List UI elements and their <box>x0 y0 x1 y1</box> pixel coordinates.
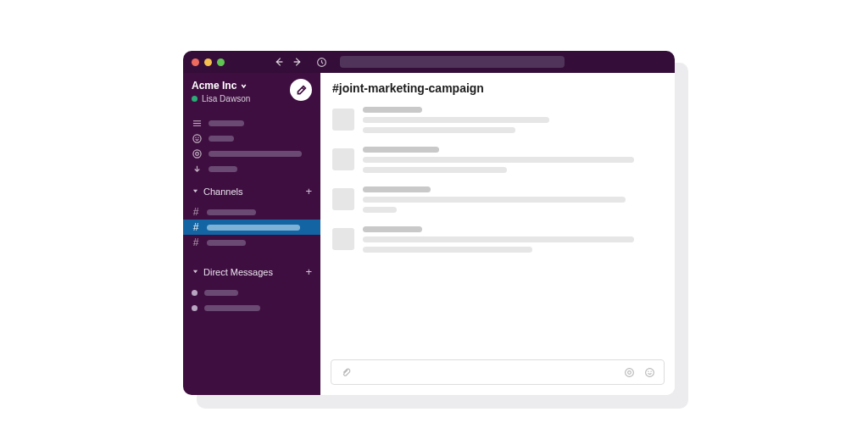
channel-item[interactable]: # <box>183 235 320 250</box>
close-window-button[interactable] <box>192 58 199 66</box>
at-icon <box>192 148 202 159</box>
sidebar: Acme Inc Lisa Dawson <box>183 73 320 395</box>
workspace-name: Acme Inc <box>192 80 250 92</box>
presence-dot-icon <box>192 305 198 311</box>
avatar <box>332 108 354 131</box>
smile-icon <box>192 133 202 143</box>
channels-heading[interactable]: Channels + <box>183 180 320 201</box>
main-panel: #joint-marketing-campaign <box>320 73 675 395</box>
presence-dot-icon <box>192 96 198 102</box>
message-item <box>332 226 663 253</box>
caret-down-icon <box>192 188 198 195</box>
svg-point-7 <box>627 370 631 374</box>
add-channel-button[interactable]: + <box>305 185 312 198</box>
hash-icon: # <box>192 206 200 218</box>
add-dm-button[interactable]: + <box>305 265 312 278</box>
hash-icon: # <box>192 221 200 233</box>
message-list <box>320 103 675 353</box>
svg-point-4 <box>192 149 200 157</box>
workspace-header[interactable]: Acme Inc Lisa Dawson <box>183 73 320 112</box>
sidebar-quick-nav <box>183 112 320 180</box>
mentions-nav[interactable] <box>183 146 320 161</box>
history-button[interactable] <box>314 55 328 69</box>
mention-button[interactable] <box>623 366 635 378</box>
compose-button[interactable] <box>290 79 312 101</box>
message-item <box>332 147 663 173</box>
channels-label: Channels <box>203 186 242 197</box>
message-item <box>332 186 663 213</box>
avatar <box>332 148 354 170</box>
avatar <box>332 188 354 210</box>
dm-item[interactable] <box>183 285 320 300</box>
user-presence: Lisa Dawson <box>192 94 250 103</box>
download-icon <box>192 164 202 174</box>
search-input[interactable] <box>340 56 565 68</box>
svg-point-6 <box>625 368 633 376</box>
more-nav[interactable] <box>183 161 320 176</box>
emoji-button[interactable] <box>643 366 655 378</box>
dms-heading[interactable]: Direct Messages + <box>183 260 320 281</box>
activity-nav[interactable] <box>183 131 320 146</box>
presence-dot-icon <box>192 290 198 296</box>
channel-item-selected[interactable]: # <box>183 220 320 235</box>
titlebar <box>183 51 675 73</box>
message-composer[interactable] <box>331 359 665 385</box>
user-name: Lisa Dawson <box>202 94 250 103</box>
svg-point-5 <box>195 152 198 155</box>
maximize-window-button[interactable] <box>217 58 225 66</box>
svg-point-1 <box>192 134 200 142</box>
minimize-window-button[interactable] <box>204 58 212 66</box>
hash-icon: # <box>192 236 200 248</box>
dm-item[interactable] <box>183 300 320 315</box>
nav-forward-button[interactable] <box>291 55 304 69</box>
nav-back-button[interactable] <box>272 55 286 69</box>
avatar <box>332 228 354 250</box>
app-window: Acme Inc Lisa Dawson <box>183 51 675 395</box>
svg-point-8 <box>645 368 654 376</box>
dms-label: Direct Messages <box>203 267 273 277</box>
attach-button[interactable] <box>340 366 352 378</box>
channel-header: #joint-marketing-campaign <box>320 73 675 103</box>
channel-item[interactable]: # <box>183 204 320 220</box>
window-controls <box>192 58 225 66</box>
channel-title: #joint-marketing-campaign <box>332 81 663 95</box>
threads-nav[interactable] <box>183 115 320 131</box>
threads-icon <box>192 118 202 128</box>
message-item <box>332 107 663 133</box>
caret-down-icon <box>192 269 198 275</box>
